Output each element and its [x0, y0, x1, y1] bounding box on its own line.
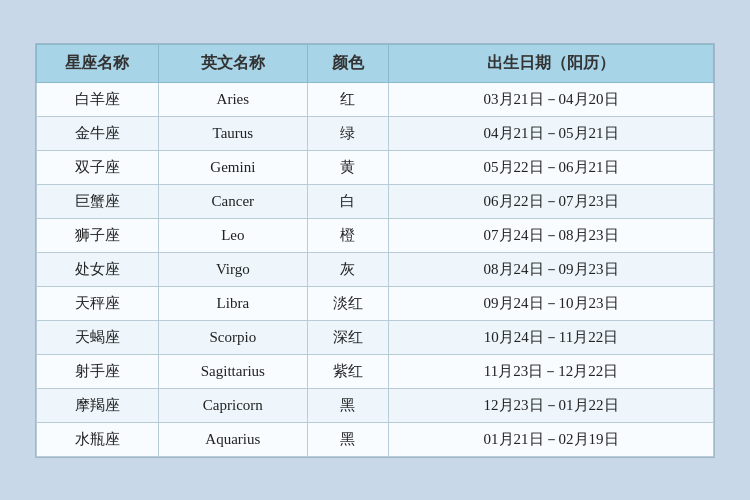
cell-color: 绿: [307, 116, 388, 150]
header-date: 出生日期（阳历）: [389, 44, 714, 82]
cell-date: 11月23日－12月22日: [389, 354, 714, 388]
zodiac-table-container: 星座名称 英文名称 颜色 出生日期（阳历） 白羊座Aries红03月21日－04…: [35, 43, 715, 458]
table-row: 天蝎座Scorpio深红10月24日－11月22日: [37, 320, 714, 354]
table-row: 白羊座Aries红03月21日－04月20日: [37, 82, 714, 116]
table-row: 天秤座Libra淡红09月24日－10月23日: [37, 286, 714, 320]
cell-date: 06月22日－07月23日: [389, 184, 714, 218]
cell-color: 淡红: [307, 286, 388, 320]
cell-chinese: 天秤座: [37, 286, 159, 320]
cell-date: 07月24日－08月23日: [389, 218, 714, 252]
cell-chinese: 处女座: [37, 252, 159, 286]
cell-chinese: 巨蟹座: [37, 184, 159, 218]
header-chinese: 星座名称: [37, 44, 159, 82]
cell-date: 09月24日－10月23日: [389, 286, 714, 320]
table-row: 双子座Gemini黄05月22日－06月21日: [37, 150, 714, 184]
cell-chinese: 金牛座: [37, 116, 159, 150]
cell-color: 红: [307, 82, 388, 116]
cell-date: 03月21日－04月20日: [389, 82, 714, 116]
cell-english: Aries: [158, 82, 307, 116]
table-row: 狮子座Leo橙07月24日－08月23日: [37, 218, 714, 252]
cell-english: Libra: [158, 286, 307, 320]
cell-english: Aquarius: [158, 422, 307, 456]
cell-english: Gemini: [158, 150, 307, 184]
table-header-row: 星座名称 英文名称 颜色 出生日期（阳历）: [37, 44, 714, 82]
cell-chinese: 狮子座: [37, 218, 159, 252]
table-body: 白羊座Aries红03月21日－04月20日金牛座Taurus绿04月21日－0…: [37, 82, 714, 456]
cell-date: 05月22日－06月21日: [389, 150, 714, 184]
cell-english: Cancer: [158, 184, 307, 218]
cell-date: 12月23日－01月22日: [389, 388, 714, 422]
table-row: 射手座Sagittarius紫红11月23日－12月22日: [37, 354, 714, 388]
cell-english: Leo: [158, 218, 307, 252]
cell-chinese: 水瓶座: [37, 422, 159, 456]
cell-color: 深红: [307, 320, 388, 354]
cell-date: 04月21日－05月21日: [389, 116, 714, 150]
cell-chinese: 白羊座: [37, 82, 159, 116]
cell-chinese: 摩羯座: [37, 388, 159, 422]
cell-color: 灰: [307, 252, 388, 286]
cell-color: 橙: [307, 218, 388, 252]
cell-date: 10月24日－11月22日: [389, 320, 714, 354]
cell-color: 白: [307, 184, 388, 218]
table-row: 摩羯座Capricorn黑12月23日－01月22日: [37, 388, 714, 422]
cell-color: 紫红: [307, 354, 388, 388]
cell-chinese: 双子座: [37, 150, 159, 184]
table-row: 水瓶座Aquarius黑01月21日－02月19日: [37, 422, 714, 456]
cell-english: Taurus: [158, 116, 307, 150]
cell-chinese: 射手座: [37, 354, 159, 388]
cell-date: 01月21日－02月19日: [389, 422, 714, 456]
cell-chinese: 天蝎座: [37, 320, 159, 354]
cell-english: Scorpio: [158, 320, 307, 354]
cell-date: 08月24日－09月23日: [389, 252, 714, 286]
header-color: 颜色: [307, 44, 388, 82]
header-english: 英文名称: [158, 44, 307, 82]
table-row: 金牛座Taurus绿04月21日－05月21日: [37, 116, 714, 150]
cell-color: 黑: [307, 388, 388, 422]
cell-english: Capricorn: [158, 388, 307, 422]
cell-color: 黄: [307, 150, 388, 184]
table-row: 处女座Virgo灰08月24日－09月23日: [37, 252, 714, 286]
cell-english: Sagittarius: [158, 354, 307, 388]
zodiac-table: 星座名称 英文名称 颜色 出生日期（阳历） 白羊座Aries红03月21日－04…: [36, 44, 714, 457]
table-row: 巨蟹座Cancer白06月22日－07月23日: [37, 184, 714, 218]
cell-english: Virgo: [158, 252, 307, 286]
cell-color: 黑: [307, 422, 388, 456]
